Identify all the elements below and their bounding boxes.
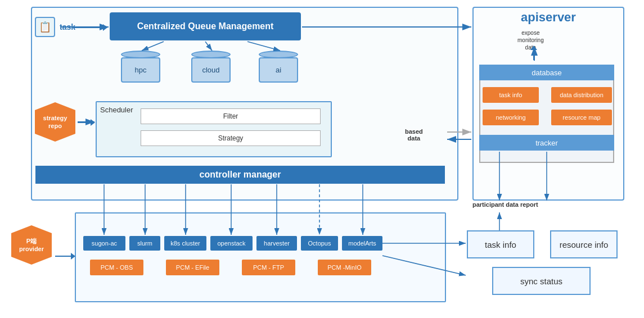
pcm-obs: PCM - OBS bbox=[90, 260, 143, 275]
provider-hexagon: P端provider bbox=[11, 233, 52, 257]
btn-sugon[interactable]: sugon-ac bbox=[83, 236, 125, 251]
cylinder-hpc: hpc bbox=[121, 51, 160, 83]
db-networking: networking bbox=[483, 110, 539, 125]
task-icon: 📋 bbox=[35, 17, 55, 37]
bottom-resource-info-box: resource info bbox=[550, 230, 618, 258]
apiserver-title: apiserver bbox=[472, 10, 624, 25]
scheduler-label: Scheduler bbox=[100, 106, 133, 114]
btn-k8s-cluster[interactable]: k8s cluster bbox=[164, 236, 206, 251]
btn-octopus[interactable]: Octopus bbox=[301, 236, 338, 251]
arrow-expose bbox=[533, 46, 534, 60]
strategy-box: Strategy bbox=[141, 130, 321, 146]
strategy-repo: strategyrepo bbox=[35, 110, 75, 134]
arrow-strategy-to-scheduler bbox=[78, 122, 94, 123]
btn-modelarts[interactable]: modelArts bbox=[342, 236, 382, 251]
cqm-box: Centralized Queue Management bbox=[110, 12, 301, 40]
task-area: 📋 task bbox=[35, 17, 75, 37]
diagram-container: 📋 task Centralized Queue Management stra… bbox=[0, 0, 644, 318]
pcm-efile: PCM - EFile bbox=[166, 260, 219, 275]
participant-data-report-label: participant data report bbox=[472, 201, 538, 208]
tracker-bar: tracker bbox=[479, 135, 614, 151]
btn-openstack[interactable]: openstack bbox=[210, 236, 253, 251]
arrow-task-to-cqm bbox=[73, 27, 107, 28]
db-data-distribution: data distribution bbox=[551, 87, 612, 103]
provider-hex: P端provider bbox=[11, 233, 52, 257]
db-task-info: task info bbox=[483, 87, 539, 103]
bottom-task-info-box: task info bbox=[467, 230, 534, 258]
cylinder-cloud: cloud bbox=[191, 51, 231, 83]
provider-box bbox=[75, 212, 446, 302]
db-resource-map: resource map bbox=[551, 110, 612, 125]
bottom-sync-status-box: sync status bbox=[492, 267, 591, 295]
filter-box: Filter bbox=[141, 108, 321, 124]
cyl-ai-body: ai bbox=[259, 57, 298, 83]
controller-manager-bar: controller manager bbox=[35, 166, 445, 184]
based-data-label: baseddata bbox=[405, 128, 423, 142]
cylinder-ai: ai bbox=[259, 51, 298, 83]
cyl-cloud-body: cloud bbox=[191, 57, 231, 83]
pcm-minio: PCM -MinIO bbox=[318, 260, 371, 275]
database-header: database bbox=[479, 65, 614, 80]
btn-slurm[interactable]: slurm bbox=[129, 236, 160, 251]
btn-harvester[interactable]: harvester bbox=[256, 236, 297, 251]
strategy-repo-hex: strategyrepo bbox=[35, 110, 75, 134]
cyl-hpc-body: hpc bbox=[121, 57, 160, 83]
pcm-ftp: PCM - FTP bbox=[242, 260, 295, 275]
arrow-provider-to-box bbox=[55, 256, 75, 257]
